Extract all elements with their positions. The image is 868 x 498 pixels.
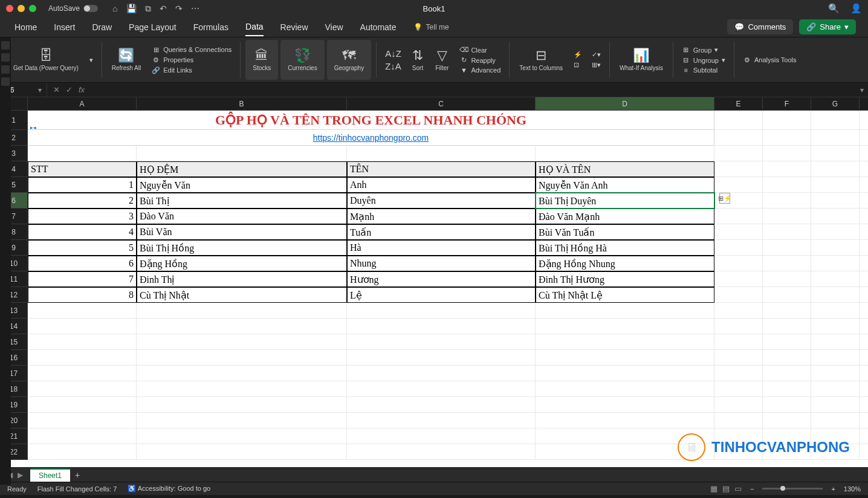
tab-automate[interactable]: Automate [360,19,397,36]
data-validation-icon[interactable]: ✓▾ [592,51,601,59]
cell-empty[interactable] [860,271,868,287]
cell-ten[interactable]: Anh [347,177,536,193]
cell-empty[interactable] [28,428,137,444]
cell-empty[interactable] [714,177,763,193]
cell-empty[interactable] [536,413,714,428]
tab-insert[interactable]: Insert [54,19,75,36]
cell-hodem[interactable]: Bùi Văn [137,224,347,240]
normal-view-icon[interactable]: ▦ [710,484,717,493]
add-sheet-button[interactable]: + [70,470,85,480]
cell-empty[interactable] [811,193,860,209]
cell-full[interactable]: Nguyễn Văn Anh [536,177,714,193]
cell-empty[interactable] [28,444,137,460]
undo-icon[interactable]: ↶ [160,4,167,14]
cell-empty[interactable] [860,303,868,319]
cell-empty[interactable] [28,381,137,397]
duplicate-icon[interactable]: ⧉ [145,4,151,14]
zoom-level[interactable]: 130% [844,485,861,493]
consolidate-icon[interactable]: ⊞▾ [592,61,601,69]
cell-empty[interactable] [347,428,536,444]
cell-hodem[interactable]: Bùi Thị [137,193,347,209]
cell-empty[interactable] [714,366,763,381]
get-data-button[interactable]: 🗄Get Data (Power Query) [8,40,83,80]
cell-empty[interactable] [137,350,347,366]
cell-empty[interactable] [763,397,811,413]
home-icon[interactable]: ⌂ [112,4,117,14]
cell-empty[interactable] [714,350,763,366]
cell-empty[interactable] [536,146,714,161]
cell-empty[interactable] [137,319,347,334]
cell-empty[interactable] [811,413,860,428]
autosave-toggle[interactable]: AutoSave [48,4,98,13]
cell-ten[interactable]: Mạnh [347,209,536,224]
cell-empty[interactable] [860,334,868,350]
smart-tag-icon[interactable]: ▸◂ [30,124,36,131]
cell-stt[interactable]: 7 [28,271,137,287]
cell-empty[interactable] [860,146,868,161]
cell-empty[interactable] [347,334,536,350]
cell-empty[interactable] [714,240,763,256]
cell-empty[interactable] [811,303,860,319]
cell-empty[interactable] [860,224,868,240]
cancel-icon[interactable]: ✕ [53,85,60,94]
minimize-window-button[interactable] [18,5,25,12]
cell-empty[interactable] [763,111,811,130]
cell-empty[interactable] [763,161,811,177]
cell-empty[interactable] [347,444,536,460]
cell-empty[interactable] [28,319,137,334]
cell-empty[interactable] [536,397,714,413]
redo-icon[interactable]: ↷ [175,4,183,14]
tab-page-layout[interactable]: Page Layout [129,19,177,36]
formula-input[interactable] [91,83,856,97]
cell-empty[interactable] [860,413,868,428]
cell-empty[interactable] [860,256,868,271]
column-header-A[interactable]: A [28,97,137,111]
cell-empty[interactable] [811,397,860,413]
cell-stt[interactable]: 8 [28,287,137,303]
more-icon[interactable]: ⋯ [191,4,199,14]
cell-empty[interactable] [811,130,860,146]
cell-empty[interactable] [714,161,763,177]
cell-empty[interactable] [714,319,763,334]
cell-full[interactable]: Đặng Hồng Nhung [536,256,714,271]
cell-stt[interactable]: 1 [28,177,137,193]
cell-header-stt[interactable]: STT [28,161,137,177]
cell-empty[interactable] [137,303,347,319]
column-header-E[interactable]: E [714,97,763,111]
cell-empty[interactable] [860,240,868,256]
cell-empty[interactable] [811,381,860,397]
cell-empty[interactable] [137,381,347,397]
advanced-button[interactable]: ▼Advanced [459,66,500,74]
cell-hodem[interactable]: Nguyễn Văn [137,177,347,193]
cell-empty[interactable] [536,381,714,397]
cell-empty[interactable] [137,413,347,428]
cell-empty[interactable] [536,303,714,319]
cell-empty[interactable] [347,413,536,428]
cell-empty[interactable] [860,350,868,366]
cell-ten[interactable]: Lệ [347,287,536,303]
status-accessibility[interactable]: ♿ Accessibility: Good to go [128,485,210,493]
cell-empty[interactable] [763,177,811,193]
cell-empty[interactable] [860,397,868,413]
cell-empty[interactable] [714,303,763,319]
cell-empty[interactable] [137,146,347,161]
remove-dup-icon[interactable]: ⊡ [574,61,582,69]
queries-button[interactable]: ⊞Queries & Connections [152,46,232,54]
cell-full[interactable]: Bùi Thị Duyên [536,193,714,209]
maximize-window-button[interactable] [29,5,36,12]
cell-full[interactable]: Bùi Thị Hồng Hà [536,240,714,256]
cell-hodem[interactable]: Đinh Thị [137,271,347,287]
cell-full[interactable]: Đào Văn Mạnh [536,209,714,224]
cell-stt[interactable]: 4 [28,224,137,240]
cell-link[interactable]: https://tinhocvanphongpro.com [28,130,714,146]
cell-hodem[interactable]: Đặng Hồng [137,256,347,271]
cell-empty[interactable] [860,366,868,381]
cell-empty[interactable] [860,209,868,224]
cell-empty[interactable] [28,366,137,381]
tab-home[interactable]: Home [15,19,37,36]
cell-empty[interactable] [811,366,860,381]
cell-title[interactable]: GỘP HỌ VÀ TÊN TRONG EXCEL NHANH CHÓNG [28,111,714,130]
cell-empty[interactable] [28,146,137,161]
column-header-C[interactable]: C [347,97,536,111]
tab-view[interactable]: View [325,19,343,36]
